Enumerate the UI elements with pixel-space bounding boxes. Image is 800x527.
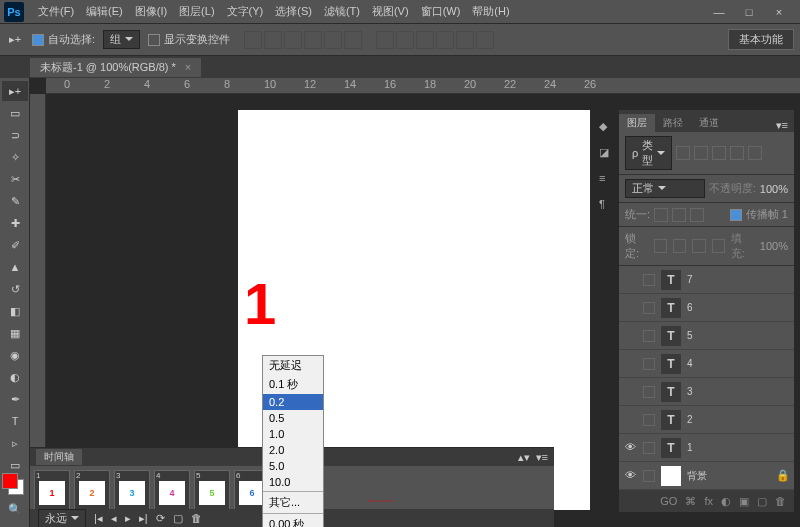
document-tab[interactable]: 未标题-1 @ 100%(RGB/8) * ×	[30, 58, 201, 77]
timeline-frame[interactable]: 55	[194, 470, 230, 510]
delay-other[interactable]: 其它...	[263, 493, 323, 512]
menu-item-8[interactable]: 窗口(W)	[415, 2, 467, 21]
play-icon[interactable]: ▸	[125, 512, 131, 525]
visibility-icon[interactable]	[623, 329, 637, 343]
pen-tool[interactable]: ✒	[2, 389, 28, 409]
tween-icon[interactable]: ⟳	[156, 512, 165, 525]
window-maximize[interactable]: □	[742, 5, 756, 19]
menu-item-1[interactable]: 编辑(E)	[80, 2, 129, 21]
visibility-icon[interactable]	[623, 385, 637, 399]
first-frame-icon[interactable]: |◂	[94, 512, 103, 525]
menu-item-5[interactable]: 选择(S)	[269, 2, 318, 21]
type-tool[interactable]: T	[2, 411, 28, 431]
lasso-tool[interactable]: ⊃	[2, 125, 28, 145]
menu-item-4[interactable]: 文字(Y)	[221, 2, 270, 21]
auto-select-checkbox[interactable]	[32, 34, 44, 46]
panel-icon-3[interactable]: ≡	[599, 172, 615, 188]
visibility-icon[interactable]: 👁	[623, 441, 637, 455]
menu-item-0[interactable]: 文件(F)	[32, 2, 80, 21]
unify-style-icon[interactable]	[690, 208, 704, 222]
layer-row[interactable]: T7	[619, 266, 794, 294]
layer-checkbox[interactable]	[643, 330, 655, 342]
unify-pos-icon[interactable]	[654, 208, 668, 222]
layer-row[interactable]: T2	[619, 406, 794, 434]
layer-checkbox[interactable]	[643, 274, 655, 286]
panel-icon-4[interactable]: ¶	[599, 198, 615, 214]
layer-row[interactable]: T5	[619, 322, 794, 350]
history-brush-tool[interactable]: ↺	[2, 279, 28, 299]
delay-option[interactable]: 无延迟	[263, 356, 323, 375]
timeline-frame[interactable]: 22	[74, 470, 110, 510]
panel-menu-icon[interactable]: ▾≡	[770, 119, 794, 132]
window-close[interactable]: ×	[772, 5, 786, 19]
dist-btn-2[interactable]	[396, 31, 414, 49]
eraser-tool[interactable]: ◧	[2, 301, 28, 321]
align-btn-3[interactable]	[284, 31, 302, 49]
timeline-collapse-icon[interactable]: ▴▾	[518, 451, 530, 464]
propagate-checkbox[interactable]	[730, 209, 742, 221]
move-tool[interactable]: ▸+	[2, 81, 28, 101]
new-layer-icon[interactable]: ▢	[757, 495, 767, 508]
tab-paths[interactable]: 路径	[655, 114, 691, 132]
menu-item-6[interactable]: 滤镜(T)	[318, 2, 366, 21]
zoom-tool[interactable]: 🔍	[2, 499, 28, 519]
delete-frame-icon[interactable]: 🗑	[191, 512, 202, 524]
panel-icon-2[interactable]: ◪	[599, 146, 615, 162]
gradient-tool[interactable]: ▦	[2, 323, 28, 343]
stamp-tool[interactable]: ▲	[2, 257, 28, 277]
delay-option[interactable]: 1.0	[263, 426, 323, 442]
layer-checkbox[interactable]	[643, 470, 655, 482]
delay-option[interactable]: 10.0	[263, 474, 323, 490]
lock-pixel-icon[interactable]	[673, 239, 686, 253]
fx-icon[interactable]: fx	[704, 495, 713, 507]
dist-btn-1[interactable]	[376, 31, 394, 49]
delete-layer-icon[interactable]: 🗑	[775, 495, 786, 507]
visibility-icon[interactable]	[623, 357, 637, 371]
opacity-value[interactable]: 100%	[760, 183, 788, 195]
delay-option[interactable]: 2.0	[263, 442, 323, 458]
new-group-icon[interactable]: ▣	[739, 495, 749, 508]
align-btn-6[interactable]	[344, 31, 362, 49]
blur-tool[interactable]: ◉	[2, 345, 28, 365]
visibility-icon[interactable]	[623, 413, 637, 427]
layer-row[interactable]: T4	[619, 350, 794, 378]
lock-trans-icon[interactable]	[654, 239, 667, 253]
lock-pos-icon[interactable]	[692, 239, 705, 253]
layer-row[interactable]: 👁T1	[619, 434, 794, 462]
window-minimize[interactable]: —	[712, 5, 726, 19]
heal-tool[interactable]: ✚	[2, 213, 28, 233]
show-transform-checkbox[interactable]	[148, 34, 160, 46]
layer-row[interactable]: 👁背景🔒	[619, 462, 794, 490]
delay-option[interactable]: 0.1 秒	[263, 375, 323, 394]
link-layers-icon[interactable]: ⌘	[685, 495, 696, 508]
prev-frame-icon[interactable]: ◂	[111, 512, 117, 525]
workspace-switcher[interactable]: 基本功能	[728, 29, 794, 50]
layer-filter-kind[interactable]: ρ 类型	[625, 136, 672, 170]
mask-icon[interactable]: ◐	[721, 495, 731, 508]
dist-btn-5[interactable]	[456, 31, 474, 49]
filter-smart-icon[interactable]	[748, 146, 762, 160]
brush-tool[interactable]: ✐	[2, 235, 28, 255]
next-frame-icon[interactable]: ▸|	[139, 512, 148, 525]
panel-icon-1[interactable]: ◆	[599, 120, 615, 136]
filter-shape-icon[interactable]	[730, 146, 744, 160]
delay-option[interactable]: 0.5	[263, 410, 323, 426]
layer-row[interactable]: T6	[619, 294, 794, 322]
timeline-frame[interactable]: 11	[34, 470, 70, 510]
delay-current[interactable]: 0.00 秒	[263, 515, 323, 527]
unify-vis-icon[interactable]	[672, 208, 686, 222]
foreground-color[interactable]	[2, 473, 18, 489]
shape-tool[interactable]: ▭	[2, 455, 28, 475]
fill-value[interactable]: 100%	[760, 240, 788, 252]
loop-select[interactable]: 永远	[38, 509, 86, 528]
filter-adjust-icon[interactable]	[694, 146, 708, 160]
menu-item-7[interactable]: 视图(V)	[366, 2, 415, 21]
blend-mode-select[interactable]: 正常	[625, 179, 705, 198]
menu-item-9[interactable]: 帮助(H)	[466, 2, 515, 21]
tab-layers[interactable]: 图层	[619, 114, 655, 132]
align-btn-1[interactable]	[244, 31, 262, 49]
visibility-icon[interactable]: 👁	[623, 469, 637, 483]
layer-checkbox[interactable]	[643, 386, 655, 398]
layer-checkbox[interactable]	[643, 302, 655, 314]
visibility-icon[interactable]	[623, 301, 637, 315]
